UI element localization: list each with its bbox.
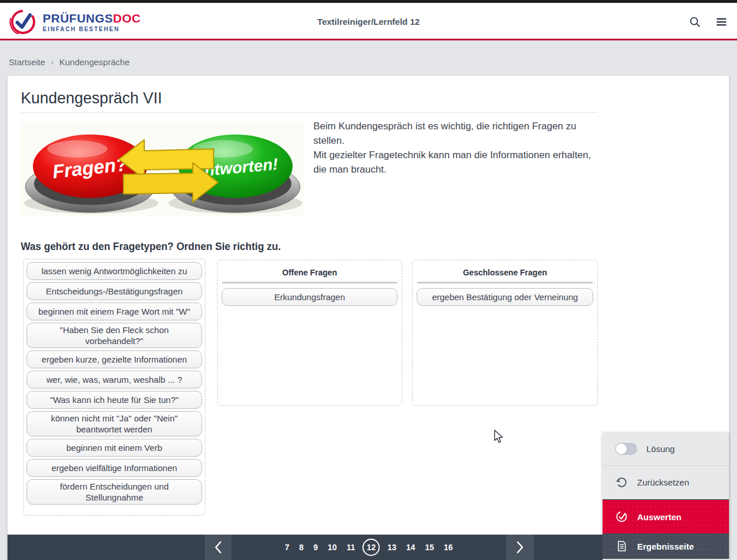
drag-item[interactable]: ergeben vielfältige Informationen (27, 459, 202, 477)
header-icons (689, 16, 728, 28)
page-number-list: 78910111213141516 (231, 535, 506, 560)
results-label: Ergebnisseite (637, 542, 694, 551)
course-title: Textilreiniger/Lernfeld 12 (0, 17, 737, 27)
evaluate-button[interactable]: Auswerten (603, 499, 729, 533)
drag-item[interactable]: Entscheidungs-/Bestätigungsfragen (27, 282, 202, 300)
check-circle-icon (615, 510, 628, 523)
pagination-bar: 78910111213141516 (8, 535, 603, 560)
page-number-9[interactable]: 9 (313, 543, 318, 552)
dropzone-items: Erkundungsfragen (220, 288, 399, 306)
drag-item[interactable]: können nicht mit "Ja" oder "Nein" beantw… (27, 411, 202, 436)
page-number-12[interactable]: 12 (362, 539, 380, 556)
breadcrumb-current: Kundengespräche (59, 57, 130, 67)
dropzone-title: Offene Fragen (220, 263, 399, 282)
page-number-11[interactable]: 11 (346, 543, 355, 552)
breadcrumb-separator-icon: › (51, 58, 53, 66)
drag-item[interactable]: beginnen mit einem Verb (27, 439, 202, 457)
action-panel: Lösung Zurücksetzen Auswerten Ergebnisse… (603, 432, 729, 559)
results-page-button[interactable]: Ergebnisseite (603, 533, 729, 559)
dropzone-divider (417, 282, 593, 283)
breadcrumb: Startseite › Kundengespräche (9, 57, 129, 67)
undo-icon (615, 476, 628, 489)
toggle-knob (616, 443, 627, 454)
drag-item[interactable]: wer, wie, was, warum, weshalb ... ? (27, 371, 202, 389)
drag-item[interactable]: ergeben kurze, gezielte Informationen (27, 350, 202, 368)
page-number-16[interactable]: 16 (444, 543, 453, 552)
page-number-8[interactable]: 8 (299, 543, 304, 552)
question-prompt: Was gehört zu den Fragetypen? Ordnen Sie… (21, 241, 281, 253)
dropzone-title: Geschlossene Fragen (415, 263, 595, 282)
solution-toggle[interactable] (615, 443, 637, 455)
document-icon (615, 540, 628, 552)
drag-item[interactable]: fördern Entscheidungen und Stellungnahme (27, 479, 202, 505)
chevron-left-icon (214, 540, 223, 554)
page-number-15[interactable]: 15 (425, 543, 434, 552)
evaluate-label: Auswerten (637, 512, 682, 522)
breadcrumb-home[interactable]: Startseite (9, 57, 45, 67)
brand-tagline: EINFACH BESTEHEN (43, 27, 141, 32)
drag-item[interactable]: "Haben Sie den Fleck schon vorbehandelt?… (27, 323, 202, 348)
page-number-7[interactable]: 7 (285, 543, 289, 552)
intro-text: Beim Kundengespräch ist es wichtig, die … (313, 119, 602, 177)
dropzone-geschlossene-fragen[interactable]: Geschlossene Fragen ergeben Bestätigung … (412, 260, 598, 406)
dropzone-offene-fragen[interactable]: Offene Fragen Erkundungsfragen (217, 260, 402, 406)
intro-line: Mit gezielter Fragetechnik kann man die … (313, 148, 602, 177)
page-number-14[interactable]: 14 (406, 543, 416, 552)
page-title: Kundengespräch VII (21, 89, 162, 107)
solution-toggle-row[interactable]: Lösung (603, 432, 729, 466)
title-divider (21, 112, 597, 113)
drag-item[interactable]: beginnen mit einem Frage Wort mit "W" (27, 303, 202, 320)
exercise-illustration: Fragen? Antworten! (21, 122, 305, 216)
chevron-right-icon (515, 540, 525, 554)
reset-label: Zurücksetzen (637, 477, 689, 487)
intro-line: Beim Kundengespräch ist es wichtig, die … (313, 119, 602, 148)
prev-page-button[interactable] (205, 535, 231, 560)
app-header: PRÜFUNGSDOC EINFACH BESTEHEN Textilreini… (0, 3, 737, 40)
menu-icon[interactable] (715, 16, 728, 28)
page-number-13[interactable]: 13 (387, 543, 396, 552)
dropzone-items: ergeben Bestätigung oder Verneinung (415, 288, 595, 306)
dropped-item[interactable]: ergeben Bestätigung oder Verneinung (417, 288, 593, 306)
drag-item[interactable]: "Was kann ich heute für Sie tun?" (27, 391, 202, 409)
dropped-item[interactable]: Erkundungsfragen (222, 288, 398, 306)
drag-source-list: lassen wenig Antwortmöglichkeiten zuEnts… (23, 259, 205, 516)
reset-button[interactable]: Zurücksetzen (603, 466, 729, 499)
solution-label: Lösung (646, 444, 675, 454)
dropzone-divider (222, 282, 397, 283)
next-page-button[interactable] (506, 535, 534, 560)
drag-item[interactable]: lassen wenig Antwortmöglichkeiten zu (27, 262, 202, 280)
search-icon[interactable] (689, 16, 701, 28)
page-number-10[interactable]: 10 (328, 543, 337, 552)
